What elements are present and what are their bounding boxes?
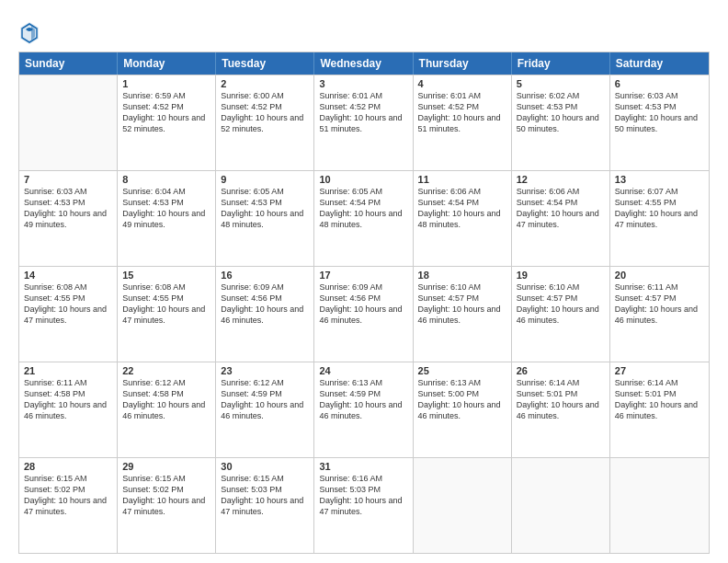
cell-info: Sunrise: 6:08 AMSunset: 4:55 PMDaylight:… — [24, 282, 112, 327]
cell-info: Sunrise: 6:00 AMSunset: 4:52 PMDaylight:… — [221, 90, 309, 135]
cal-cell: 8Sunrise: 6:04 AMSunset: 4:53 PMDaylight… — [118, 171, 216, 266]
cal-cell — [610, 458, 709, 553]
cell-day-number: 26 — [517, 365, 605, 376]
cell-info: Sunrise: 6:11 AMSunset: 4:57 PMDaylight:… — [615, 282, 704, 327]
page: SundayMondayTuesdayWednesdayThursdayFrid… — [0, 0, 728, 563]
cell-info: Sunrise: 6:15 AMSunset: 5:03 PMDaylight:… — [221, 473, 309, 518]
cell-info: Sunrise: 6:11 AMSunset: 4:58 PMDaylight:… — [24, 377, 112, 422]
cell-day-number: 17 — [319, 270, 407, 281]
cal-cell: 12Sunrise: 6:06 AMSunset: 4:54 PMDayligh… — [512, 171, 610, 266]
cal-cell: 23Sunrise: 6:12 AMSunset: 4:59 PMDayligh… — [216, 362, 314, 457]
cal-cell: 26Sunrise: 6:14 AMSunset: 5:01 PMDayligh… — [512, 362, 610, 457]
cal-cell: 22Sunrise: 6:12 AMSunset: 4:58 PMDayligh… — [118, 362, 216, 457]
cal-cell: 31Sunrise: 6:16 AMSunset: 5:03 PMDayligh… — [314, 458, 413, 553]
cell-day-number: 5 — [517, 78, 605, 89]
cal-cell: 17Sunrise: 6:09 AMSunset: 4:56 PMDayligh… — [314, 267, 413, 362]
svg-marker-0 — [20, 22, 39, 44]
cal-header-wednesday: Wednesday — [314, 52, 413, 75]
cal-week-2: 7Sunrise: 6:03 AMSunset: 4:53 PMDaylight… — [19, 170, 709, 266]
cell-info: Sunrise: 6:01 AMSunset: 4:52 PMDaylight:… — [418, 90, 506, 135]
cell-info: Sunrise: 6:04 AMSunset: 4:53 PMDaylight:… — [122, 186, 210, 231]
cal-cell: 6Sunrise: 6:03 AMSunset: 4:53 PMDaylight… — [610, 75, 709, 170]
calendar-body: 1Sunrise: 6:59 AMSunset: 4:52 PMDaylight… — [19, 75, 709, 553]
cell-info: Sunrise: 6:59 AMSunset: 4:52 PMDaylight:… — [122, 90, 210, 135]
cal-cell — [414, 458, 512, 553]
cal-cell: 14Sunrise: 6:08 AMSunset: 4:55 PMDayligh… — [19, 267, 118, 362]
cal-cell: 13Sunrise: 6:07 AMSunset: 4:55 PMDayligh… — [610, 171, 709, 266]
cell-info: Sunrise: 6:12 AMSunset: 4:58 PMDaylight:… — [122, 377, 210, 422]
cal-cell: 21Sunrise: 6:11 AMSunset: 4:58 PMDayligh… — [19, 362, 118, 457]
cal-cell — [19, 75, 118, 170]
cal-cell: 29Sunrise: 6:15 AMSunset: 5:02 PMDayligh… — [118, 458, 216, 553]
cell-day-number: 6 — [615, 78, 704, 89]
cal-week-3: 14Sunrise: 6:08 AMSunset: 4:55 PMDayligh… — [19, 266, 709, 362]
cell-day-number: 4 — [418, 78, 506, 89]
header — [18, 17, 710, 46]
cell-day-number: 10 — [319, 174, 407, 185]
cell-info: Sunrise: 6:03 AMSunset: 4:53 PMDaylight:… — [24, 186, 112, 231]
cell-info: Sunrise: 6:14 AMSunset: 5:01 PMDaylight:… — [517, 377, 605, 422]
calendar: SundayMondayTuesdayWednesdayThursdayFrid… — [18, 52, 710, 554]
cal-cell: 7Sunrise: 6:03 AMSunset: 4:53 PMDaylight… — [19, 171, 118, 266]
cell-day-number: 22 — [122, 365, 210, 376]
cell-day-number: 24 — [319, 365, 407, 376]
cell-info: Sunrise: 6:08 AMSunset: 4:55 PMDaylight:… — [122, 282, 210, 327]
cal-week-5: 28Sunrise: 6:15 AMSunset: 5:02 PMDayligh… — [19, 457, 709, 553]
cal-cell: 5Sunrise: 6:02 AMSunset: 4:53 PMDaylight… — [512, 75, 610, 170]
cell-info: Sunrise: 6:10 AMSunset: 4:57 PMDaylight:… — [517, 282, 605, 327]
cal-cell: 16Sunrise: 6:09 AMSunset: 4:56 PMDayligh… — [216, 267, 314, 362]
cal-cell: 25Sunrise: 6:13 AMSunset: 5:00 PMDayligh… — [414, 362, 512, 457]
cal-cell — [512, 458, 610, 553]
cell-day-number: 15 — [122, 270, 210, 281]
cell-info: Sunrise: 6:16 AMSunset: 5:03 PMDaylight:… — [319, 473, 407, 518]
cell-day-number: 29 — [122, 461, 210, 472]
cal-header-saturday: Saturday — [610, 52, 709, 75]
cal-cell: 9Sunrise: 6:05 AMSunset: 4:53 PMDaylight… — [216, 171, 314, 266]
cal-cell: 10Sunrise: 6:05 AMSunset: 4:54 PMDayligh… — [314, 171, 413, 266]
cell-day-number: 7 — [24, 174, 112, 185]
cal-cell: 28Sunrise: 6:15 AMSunset: 5:02 PMDayligh… — [19, 458, 118, 553]
cell-day-number: 23 — [221, 365, 309, 376]
cell-day-number: 12 — [517, 174, 605, 185]
cell-day-number: 18 — [418, 270, 506, 281]
cal-cell: 11Sunrise: 6:06 AMSunset: 4:54 PMDayligh… — [414, 171, 512, 266]
cal-cell: 30Sunrise: 6:15 AMSunset: 5:03 PMDayligh… — [216, 458, 314, 553]
cal-week-4: 21Sunrise: 6:11 AMSunset: 4:58 PMDayligh… — [19, 362, 709, 457]
cell-info: Sunrise: 6:03 AMSunset: 4:53 PMDaylight:… — [615, 90, 704, 135]
cell-day-number: 1 — [122, 78, 210, 89]
cell-info: Sunrise: 6:02 AMSunset: 4:53 PMDaylight:… — [517, 90, 605, 135]
cell-info: Sunrise: 6:13 AMSunset: 5:00 PMDaylight:… — [418, 377, 506, 422]
cell-day-number: 3 — [319, 78, 407, 89]
cell-day-number: 28 — [24, 461, 112, 472]
cell-info: Sunrise: 6:09 AMSunset: 4:56 PMDaylight:… — [221, 282, 309, 327]
cal-cell: 15Sunrise: 6:08 AMSunset: 4:55 PMDayligh… — [118, 267, 216, 362]
cell-info: Sunrise: 6:15 AMSunset: 5:02 PMDaylight:… — [122, 473, 210, 518]
cell-info: Sunrise: 6:15 AMSunset: 5:02 PMDaylight:… — [24, 473, 112, 518]
cell-day-number: 11 — [418, 174, 506, 185]
cell-info: Sunrise: 6:07 AMSunset: 4:55 PMDaylight:… — [615, 186, 704, 231]
cell-day-number: 19 — [517, 270, 605, 281]
cell-info: Sunrise: 6:01 AMSunset: 4:52 PMDaylight:… — [319, 90, 407, 135]
cal-cell: 3Sunrise: 6:01 AMSunset: 4:52 PMDaylight… — [314, 75, 413, 170]
cal-cell: 4Sunrise: 6:01 AMSunset: 4:52 PMDaylight… — [414, 75, 512, 170]
cell-day-number: 9 — [221, 174, 309, 185]
cell-day-number: 20 — [615, 270, 704, 281]
cal-header-sunday: Sunday — [19, 52, 118, 75]
logo-icon — [18, 20, 40, 46]
cell-day-number: 31 — [319, 461, 407, 472]
cell-day-number: 25 — [418, 365, 506, 376]
cell-info: Sunrise: 6:13 AMSunset: 4:59 PMDaylight:… — [319, 377, 407, 422]
cal-header-monday: Monday — [118, 52, 216, 75]
cell-day-number: 21 — [24, 365, 112, 376]
cell-info: Sunrise: 6:06 AMSunset: 4:54 PMDaylight:… — [517, 186, 605, 231]
cell-day-number: 13 — [615, 174, 704, 185]
cell-info: Sunrise: 6:14 AMSunset: 5:01 PMDaylight:… — [615, 377, 704, 422]
cal-cell: 24Sunrise: 6:13 AMSunset: 4:59 PMDayligh… — [314, 362, 413, 457]
cal-cell: 19Sunrise: 6:10 AMSunset: 4:57 PMDayligh… — [512, 267, 610, 362]
cal-cell: 20Sunrise: 6:11 AMSunset: 4:57 PMDayligh… — [610, 267, 709, 362]
cell-day-number: 27 — [615, 365, 704, 376]
cal-header-tuesday: Tuesday — [216, 52, 314, 75]
cell-info: Sunrise: 6:09 AMSunset: 4:56 PMDaylight:… — [319, 282, 407, 327]
logo — [18, 20, 44, 46]
cal-cell: 27Sunrise: 6:14 AMSunset: 5:01 PMDayligh… — [610, 362, 709, 457]
